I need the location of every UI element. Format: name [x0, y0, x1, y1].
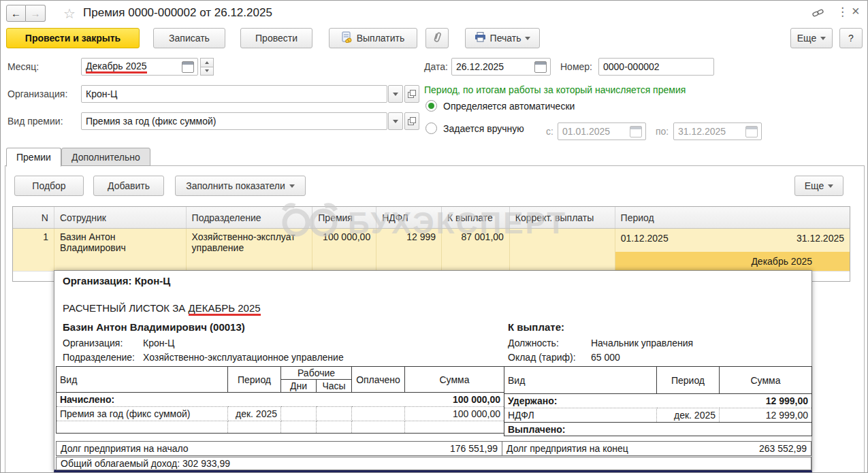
- kebab-menu-icon[interactable]: ⋮: [837, 5, 848, 19]
- calendar-icon[interactable]: [745, 126, 758, 137]
- table-row[interactable]: 1 Базин Антон Владимирович Хозяйственно-…: [13, 229, 850, 271]
- accrued-label: Начислено:: [57, 393, 228, 407]
- period-auto-radio[interactable]: Определяется автоматически: [425, 100, 575, 112]
- month-stepper: [200, 58, 214, 76]
- print-button[interactable]: Печать: [465, 28, 540, 48]
- up-arrow-icon: [205, 61, 209, 64]
- accruals-col-working: Рабочие: [281, 367, 352, 380]
- date-value: 26.12.2025: [452, 61, 534, 72]
- fill-indicators-button[interactable]: Заполнить показатели: [175, 176, 306, 196]
- tab-bonuses[interactable]: Премии: [6, 148, 61, 167]
- organization-dropdown-button[interactable]: [388, 85, 403, 103]
- help-button[interactable]: ?: [839, 28, 863, 48]
- accrual-period: дек. 2025: [228, 407, 281, 421]
- column-header-bonus[interactable]: Премия: [312, 207, 376, 228]
- stepper-down-button[interactable]: [200, 67, 214, 76]
- debt-start-row: Долг предприятия на начало 176 551,99: [56, 441, 502, 456]
- column-header-period[interactable]: Период: [615, 207, 850, 228]
- calendar-icon[interactable]: [182, 61, 194, 73]
- bonus-type-dropdown-button[interactable]: [388, 112, 403, 130]
- document-window: ← → ☆ Премия 0000-000002 от 26.12.2025 ⋮…: [0, 0, 868, 473]
- cell-employee[interactable]: Базин Антон Владимирович: [54, 229, 187, 271]
- cell-department[interactable]: Хозяйственно-эксплуат управление: [187, 229, 313, 271]
- post-and-close-button[interactable]: Провести и закрыть: [6, 28, 140, 48]
- debt-end-label: Долг предприятия на конец: [507, 443, 628, 454]
- calendar-icon[interactable]: [630, 126, 642, 137]
- printer-icon: [475, 32, 486, 44]
- period-to-field[interactable]: 31.12.2025: [673, 123, 762, 140]
- payslip-position-label: Должность:: [508, 338, 559, 348]
- pay-button[interactable]: Выплатить: [329, 28, 417, 48]
- withholdings-col-sum: Сумма: [720, 367, 812, 394]
- month-field[interactable]: Декабрь 2025: [81, 58, 198, 76]
- period-from-value: 01.01.2025: [558, 126, 630, 137]
- payslip-salary-value: 65 000: [591, 352, 620, 363]
- accruals-col-days: Дни: [281, 380, 317, 393]
- organization-open-button[interactable]: [404, 85, 419, 103]
- withheld-total: 12 999,00: [720, 394, 812, 408]
- payslip-dept-label: Подразделение:: [63, 352, 135, 363]
- payslip-salary-label: Оклад (тариф):: [508, 352, 576, 363]
- organization-value: Крон-Ц: [82, 88, 387, 99]
- paid-out-label: Выплачено:: [504, 423, 812, 436]
- calendar-icon[interactable]: [534, 61, 547, 73]
- cell-bonus[interactable]: 100 000,00: [312, 229, 376, 271]
- stepper-up-button[interactable]: [200, 58, 214, 67]
- withholdings-col-kind: Вид: [504, 367, 657, 394]
- open-item-icon: [408, 90, 416, 98]
- column-header-correction[interactable]: Коррект. выплаты: [510, 207, 615, 228]
- accrued-total: 100 000,00: [405, 393, 504, 407]
- more-button[interactable]: Еще: [790, 28, 833, 48]
- period-from-field[interactable]: 01.01.2025: [558, 123, 646, 140]
- date-field[interactable]: 26.12.2025: [451, 58, 551, 76]
- column-header-n[interactable]: N: [13, 207, 54, 228]
- cell-to-pay[interactable]: 87 001,00: [442, 229, 510, 271]
- bonus-type-label: Вид премии:: [7, 116, 63, 127]
- down-arrow-icon: [205, 69, 209, 72]
- write-button[interactable]: Записать: [153, 28, 225, 48]
- post-button[interactable]: Провести: [240, 28, 312, 48]
- withholdings-col-period: Период: [657, 367, 720, 394]
- attachments-button[interactable]: [425, 28, 449, 48]
- favorite-star-icon[interactable]: ☆: [63, 5, 76, 22]
- cell-n[interactable]: 1: [13, 229, 54, 271]
- pay-document-icon: [342, 31, 353, 45]
- close-icon[interactable]: ×: [852, 3, 860, 19]
- accruals-col-sum: Сумма: [405, 367, 504, 393]
- cell-period-month-selected[interactable]: Декабрь 2025: [615, 252, 850, 271]
- column-header-ndfl[interactable]: НДФЛ: [376, 207, 442, 228]
- cell-period[interactable]: 01.12.2025 31.12.2025 Декабрь 2025: [615, 229, 850, 271]
- table-more-button[interactable]: Еще: [794, 176, 843, 196]
- link-icon[interactable]: [812, 8, 824, 20]
- tab-additional[interactable]: Дополнительно: [61, 148, 150, 166]
- pick-button[interactable]: Подбор: [14, 176, 84, 196]
- back-button[interactable]: ←: [6, 5, 26, 22]
- period-to-value: 31.12.2025: [674, 126, 745, 137]
- dropdown-arrow-icon: [820, 37, 826, 40]
- cell-period-to[interactable]: 31.12.2025: [732, 229, 850, 252]
- table-header-row: N Сотрудник Подразделение Премия НДФЛ К …: [13, 207, 850, 229]
- payslip-accruals-table: Вид Период Рабочие Оплачено Сумма Дни Ча…: [56, 366, 504, 434]
- cell-period-from[interactable]: 01.12.2025: [615, 229, 733, 252]
- dropdown-arrow-icon: [289, 184, 295, 188]
- debt-end-row: Долг предприятия на конец 263 552,99: [502, 441, 811, 456]
- month-label: Месяц:: [7, 61, 39, 72]
- column-header-to-pay[interactable]: К выплате: [442, 207, 510, 228]
- cell-correction[interactable]: [510, 229, 615, 271]
- payslip-to-pay-heading: К выплате:: [508, 321, 564, 333]
- bonus-type-open-button[interactable]: [404, 112, 419, 130]
- nav-buttons: ← →: [6, 5, 46, 22]
- number-value: 0000-000002: [599, 61, 713, 72]
- add-button[interactable]: Добавить: [93, 176, 164, 196]
- dropdown-arrow-icon: [393, 93, 398, 96]
- column-header-employee[interactable]: Сотрудник: [54, 207, 187, 228]
- radio-selected-icon: [425, 100, 437, 112]
- cell-ndfl[interactable]: 12 999: [376, 229, 442, 271]
- column-header-department[interactable]: Подразделение: [187, 207, 313, 228]
- bonus-type-field[interactable]: Премия за год (фикс суммой): [81, 112, 387, 130]
- organization-field[interactable]: Крон-Ц: [81, 85, 387, 103]
- number-field[interactable]: 0000-000002: [598, 58, 714, 76]
- organization-label: Организация:: [7, 88, 67, 99]
- forward-button[interactable]: →: [26, 5, 46, 22]
- period-manual-radio[interactable]: Задается вручную: [425, 123, 524, 134]
